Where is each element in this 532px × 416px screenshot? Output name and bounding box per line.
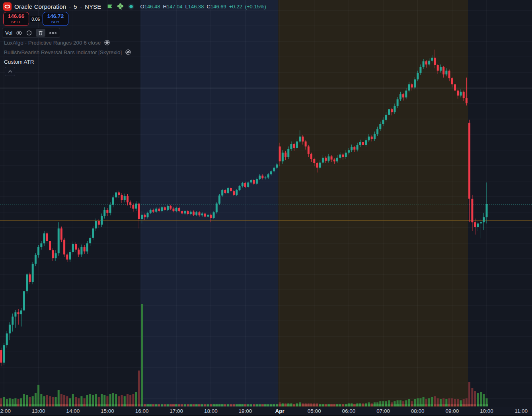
indicator-row[interactable]: Bullish/Bearish Reversal Bars Indicator … xyxy=(4,47,131,57)
order-panel: 146.66 SELL 0.06 146.72 BUY xyxy=(3,12,68,26)
volume-label: Vol xyxy=(5,30,12,36)
time-tick-label: 11:00 xyxy=(514,408,528,414)
chevron-up-icon xyxy=(8,70,12,73)
time-tick-label: Apr xyxy=(275,408,284,414)
open-value: 146.48 xyxy=(144,4,160,10)
high-label: H xyxy=(163,4,166,10)
time-tick-label: 17:00 xyxy=(170,408,183,414)
change-value: +0.22 xyxy=(229,4,242,10)
close-label: C xyxy=(207,4,210,10)
clover-icon[interactable] xyxy=(117,3,124,10)
time-tick-label: 19:00 xyxy=(239,408,252,414)
time-tick-label: 10:00 xyxy=(480,408,493,414)
separator: · xyxy=(69,3,71,10)
collapse-legend-button[interactable] xyxy=(5,67,15,76)
low-value: 146.38 xyxy=(188,4,204,10)
ohlc-readout: O146.48 H147.04 L146.38 C146.69 +0.22 (+… xyxy=(140,4,266,10)
symbol-title[interactable]: Oracle Corporation xyxy=(14,3,66,10)
trash-icon[interactable] xyxy=(36,29,45,37)
indicator-legend: LuxAlgo - Predictive Ranges 200 6 closeB… xyxy=(4,38,131,66)
eye-slash-icon[interactable] xyxy=(125,49,131,55)
indicator-row[interactable]: Custom ATR xyxy=(4,57,131,66)
oracle-logo-icon xyxy=(3,2,12,11)
buy-price: 146.72 xyxy=(47,14,64,20)
indicator-title[interactable]: Custom ATR xyxy=(4,59,34,65)
indicator-title[interactable]: LuxAlgo - Predictive Ranges 200 6 close xyxy=(4,40,101,46)
time-tick-label: 07:00 xyxy=(376,408,390,414)
eye-slash-icon[interactable] xyxy=(104,39,110,46)
time-tick-label: 05:00 xyxy=(308,408,321,414)
sell-button[interactable]: 146.66 SELL xyxy=(3,12,29,26)
time-tick-label: 18:00 xyxy=(204,408,218,414)
sell-label: SELL xyxy=(11,20,21,24)
time-tick-label: 16:00 xyxy=(135,408,149,414)
eye-icon[interactable] xyxy=(16,30,22,36)
change-percent: (+0.15%) xyxy=(245,4,266,10)
exchange-name: NYSE xyxy=(85,3,101,10)
spread-value: 0.06 xyxy=(30,16,41,22)
close-value: 146.69 xyxy=(210,4,226,10)
high-value: 147.04 xyxy=(167,4,183,10)
time-tick-label: 13:00 xyxy=(32,408,45,414)
time-tick-label: 06:00 xyxy=(342,408,355,414)
buy-button[interactable]: 146.72 BUY xyxy=(43,12,68,26)
time-axis[interactable]: 12:0013:0014:0015:0016:0017:0018:0019:00… xyxy=(0,407,532,415)
symbol-header: Oracle Corporation · 5 · NYSE xyxy=(3,2,266,11)
sell-price: 146.66 xyxy=(8,14,24,20)
time-tick-label: 08:00 xyxy=(411,408,425,414)
time-tick-label: 15:00 xyxy=(101,408,114,414)
open-label: O xyxy=(140,4,144,10)
volume-legend-toolbar: Vol xyxy=(2,28,60,38)
interval-value[interactable]: 5 xyxy=(74,3,77,10)
indicator-row[interactable]: LuxAlgo - Predictive Ranges 200 6 close xyxy=(4,38,131,47)
low-label: L xyxy=(185,4,188,10)
more-options-icon[interactable] xyxy=(49,31,57,35)
time-tick-label: 14:00 xyxy=(66,408,80,414)
market-status-icon[interactable] xyxy=(128,3,134,10)
time-tick-label: 09:00 xyxy=(445,408,459,414)
session-backgrounds xyxy=(140,0,468,407)
settings-icon[interactable] xyxy=(26,30,32,36)
time-tick-label: 12:00 xyxy=(0,408,11,414)
buy-label: BUY xyxy=(51,20,60,24)
separator: · xyxy=(80,3,82,10)
flag-icon[interactable] xyxy=(107,3,113,10)
indicator-title[interactable]: Bullish/Bearish Reversal Bars Indicator … xyxy=(4,49,122,55)
